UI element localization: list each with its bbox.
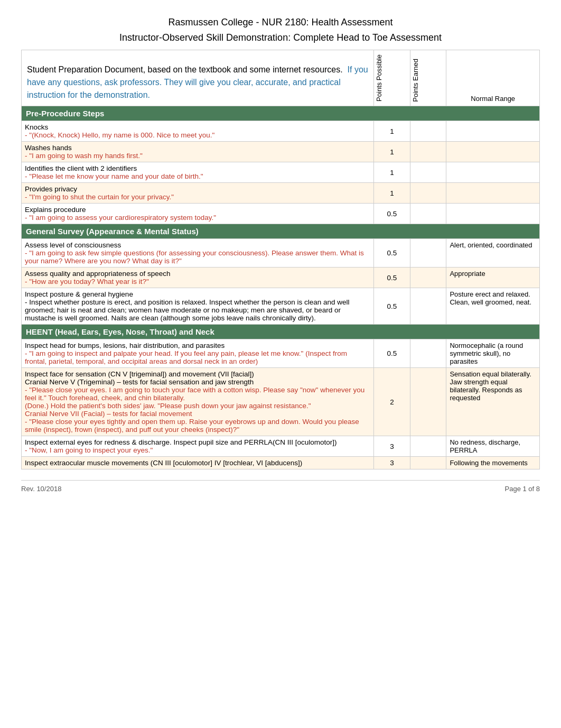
normal-range-cell — [446, 204, 540, 224]
points-earned-cell — [410, 142, 446, 162]
points-possible-cell: 0.5 — [374, 268, 410, 288]
points-earned-cell — [410, 268, 446, 288]
points-possible-cell: 0.5 — [374, 204, 410, 224]
item-description: Assess level of consciousness — [25, 241, 370, 249]
item-sub: (Done.) Hold the patient's both sides' j… — [25, 402, 370, 410]
item-sub: Cranial Nerve VII (Facial) – tests for f… — [25, 410, 370, 418]
footer-right: Page 1 of 8 — [505, 485, 540, 493]
item-sub: - "I am going to wash my hands first." — [25, 152, 370, 160]
item-description: Inspect face for sensation (CN V [trigem… — [25, 370, 370, 386]
table-row: Assess level of consciousness- "I am goi… — [22, 239, 540, 268]
page-title: Rasmussen College - NUR 2180: Health Ass… — [21, 16, 540, 44]
points-possible-cell: 3 — [374, 436, 410, 457]
section-header-row: HEENT (Head, Ears, Eyes, Nose, Throat) a… — [22, 325, 540, 339]
footer-left: Rev. 10/2018 — [21, 485, 61, 493]
table-row: Inspect posture & general hygiene- Inspe… — [22, 288, 540, 325]
table-row: Knocks- "(Knock, Knock) Hello, my name i… — [22, 121, 540, 142]
item-description: Inspect extraocular muscle movements (CN… — [25, 459, 370, 467]
normal-range-cell — [446, 121, 540, 142]
item-description: Inspect external eyes for redness & disc… — [25, 438, 370, 446]
normal-range-cell: Posture erect and relaxed. Clean, well g… — [446, 288, 540, 325]
item-sub: - "How are you today? What year is it?" — [25, 278, 370, 285]
normal-range-cell: Normocephalic (a round symmetric skull),… — [446, 339, 540, 368]
points-possible-cell: 1 — [374, 162, 410, 183]
points-possible-cell: 0.5 — [374, 288, 410, 325]
table-row: Inspect face for sensation (CN V [trigem… — [22, 368, 540, 436]
points-possible-cell: 1 — [374, 142, 410, 162]
points-earned-cell — [410, 457, 446, 469]
normal-range-cell — [446, 142, 540, 162]
item-sub: - "I am going to inspect and palpate you… — [25, 349, 370, 365]
item-sub: - "Please let me know your name and your… — [25, 172, 370, 180]
points-earned-cell — [410, 436, 446, 457]
col-header-points-earned: Points Earned — [410, 54, 420, 106]
table-row: Identifies the client with 2 identifiers… — [22, 162, 540, 183]
points-possible-cell: 0.5 — [374, 239, 410, 268]
table-row: Washes hands- "I am going to wash my han… — [22, 142, 540, 162]
item-description: Washes hands — [25, 144, 370, 152]
item-sub: - "I'm going to shut the curtain for you… — [25, 193, 370, 201]
item-description: Provides privacy — [25, 185, 370, 193]
normal-range-cell: No redness, discharge, PERRLA — [446, 436, 540, 457]
points-earned-cell — [410, 368, 446, 436]
points-possible-cell: 3 — [374, 457, 410, 469]
item-sub: - "Please close your eyes. I am going to… — [25, 386, 370, 402]
item-description: Knocks — [25, 123, 370, 131]
item-sub: - "(Knock, Knock) Hello, my name is 000.… — [25, 131, 370, 139]
points-earned-cell — [410, 339, 446, 368]
points-possible-cell: 1 — [374, 121, 410, 142]
item-description: Identifies the client with 2 identifiers — [25, 164, 370, 172]
table-row: Assess quality and appropriateness of sp… — [22, 268, 540, 288]
points-possible-cell: 0.5 — [374, 339, 410, 368]
section-header-row: General Survey (Appearance & Mental Stat… — [22, 224, 540, 239]
normal-range-cell — [446, 183, 540, 204]
col-header-points-possible: Points Possible — [374, 50, 384, 106]
points-earned-cell — [410, 204, 446, 224]
table-row: Inspect external eyes for redness & disc… — [22, 436, 540, 457]
table-row: Inspect extraocular muscle movements (CN… — [22, 457, 540, 469]
points-earned-cell — [410, 162, 446, 183]
item-sub: - "Now, I am going to inspect your eyes.… — [25, 446, 370, 454]
section-header-row: Pre-Procedure Steps — [22, 106, 540, 121]
points-earned-cell — [410, 121, 446, 142]
item-sub: - Inspect whether posture is erect, and … — [25, 298, 370, 322]
section-header-cell: Pre-Procedure Steps — [22, 106, 540, 121]
normal-range-cell: Alert, oriented, coordinated — [446, 239, 540, 268]
item-sub: - "Please close your eyes tightly and op… — [25, 418, 370, 434]
normal-range-cell: Sensation equal bilaterally. Jaw strengt… — [446, 368, 540, 436]
points-earned-cell — [410, 239, 446, 268]
item-description: Inspect posture & general hygiene — [25, 290, 370, 298]
normal-range-cell: Following the movements — [446, 457, 540, 469]
section-header-cell: General Survey (Appearance & Mental Stat… — [22, 224, 540, 239]
item-sub: - "I am going to ask few simple question… — [25, 249, 370, 265]
table-row: Explains procedure- "I am going to asses… — [22, 204, 540, 224]
points-earned-cell — [410, 288, 446, 325]
table-row: Inspect head for bumps, lesions, hair di… — [22, 339, 540, 368]
item-description: Explains procedure — [25, 206, 370, 214]
normal-range-cell — [446, 162, 540, 183]
points-possible-cell: 1 — [374, 183, 410, 204]
normal-range-cell: Appropriate — [446, 268, 540, 288]
points-possible-cell: 2 — [374, 368, 410, 436]
item-description: Assess quality and appropriateness of sp… — [25, 270, 370, 278]
col-header-normal-range: Normal Range — [471, 95, 515, 103]
item-description: Inspect head for bumps, lesions, hair di… — [25, 342, 370, 349]
section-header-cell: HEENT (Head, Ears, Eyes, Nose, Throat) a… — [22, 325, 540, 339]
table-row: Provides privacy- "I'm going to shut the… — [22, 183, 540, 204]
intro-text-static: Student Preparation Document, based on t… — [27, 65, 348, 74]
points-earned-cell — [410, 183, 446, 204]
item-sub: - "I am going to assess your cardiorespi… — [25, 214, 370, 222]
